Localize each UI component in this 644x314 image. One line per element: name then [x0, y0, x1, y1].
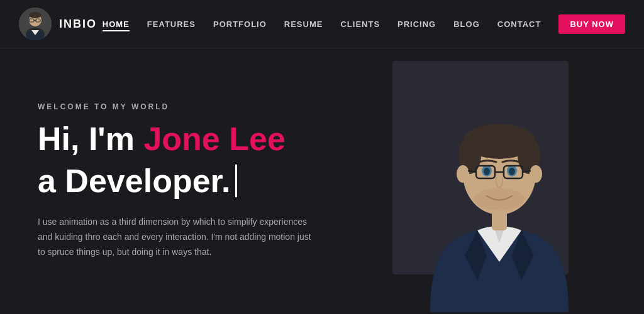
- nav-item-resume[interactable]: RESUME: [284, 18, 323, 30]
- nav-item-buy-now[interactable]: BUY NOW: [558, 18, 625, 30]
- svg-point-13: [457, 165, 469, 183]
- nav-link-portfolio[interactable]: PORTFOLIO: [213, 19, 267, 29]
- hero-title-line1: Hi, I'm Jone Lee: [38, 121, 314, 157]
- nav-item-contact[interactable]: CONTACT: [497, 18, 541, 30]
- nav-item-home[interactable]: HOME: [103, 18, 130, 30]
- nav-item-portfolio[interactable]: PORTFOLIO: [213, 18, 267, 30]
- hero-description: I use animation as a third dimension by …: [38, 215, 314, 259]
- nav-item-blog[interactable]: BLOG: [453, 18, 480, 30]
- nav-link-clients[interactable]: CLIENTS: [340, 19, 380, 29]
- nav-item-features[interactable]: FEATURES: [147, 18, 196, 30]
- hero-title-line2: a Developer.: [38, 162, 314, 200]
- nav-link-features[interactable]: FEATURES: [147, 19, 196, 29]
- nav-link-resume[interactable]: RESUME: [284, 19, 323, 29]
- navbar: INBIO HOME FEATURES PORTFOLIO RESUME CLI…: [0, 0, 644, 48]
- svg-point-18: [509, 168, 515, 175]
- brand: INBIO: [19, 8, 97, 40]
- nav-item-clients[interactable]: CLIENTS: [340, 18, 380, 30]
- person-figure: [380, 48, 644, 314]
- nav-item-pricing[interactable]: PRICING: [397, 18, 436, 30]
- nav-link-blog[interactable]: BLOG: [453, 19, 480, 29]
- nav-link-home[interactable]: HOME: [103, 19, 130, 31]
- svg-point-24: [474, 188, 525, 210]
- avatar: [19, 8, 52, 40]
- hero-name: Jone Lee: [143, 121, 285, 157]
- hero-image: [380, 48, 644, 314]
- svg-point-17: [484, 168, 490, 175]
- nav-links: HOME FEATURES PORTFOLIO RESUME CLIENTS P…: [103, 18, 625, 30]
- svg-point-6: [29, 12, 42, 18]
- hero-content: WELCOME TO MY WORLD Hi, I'm Jone Lee a D…: [38, 102, 314, 260]
- hero-role: a Developer.: [38, 162, 230, 200]
- buy-now-button[interactable]: BUY NOW: [558, 14, 625, 34]
- nav-link-pricing[interactable]: PRICING: [397, 19, 436, 29]
- hero-section: WELCOME TO MY WORLD Hi, I'm Jone Lee a D…: [0, 48, 644, 314]
- svg-point-14: [530, 165, 542, 183]
- hero-subtitle: WELCOME TO MY WORLD: [38, 102, 314, 111]
- brand-name: INBIO: [59, 18, 97, 31]
- nav-link-contact[interactable]: CONTACT: [497, 19, 541, 29]
- cursor-blink: [235, 165, 237, 197]
- hero-greeting: Hi, I'm: [38, 121, 143, 157]
